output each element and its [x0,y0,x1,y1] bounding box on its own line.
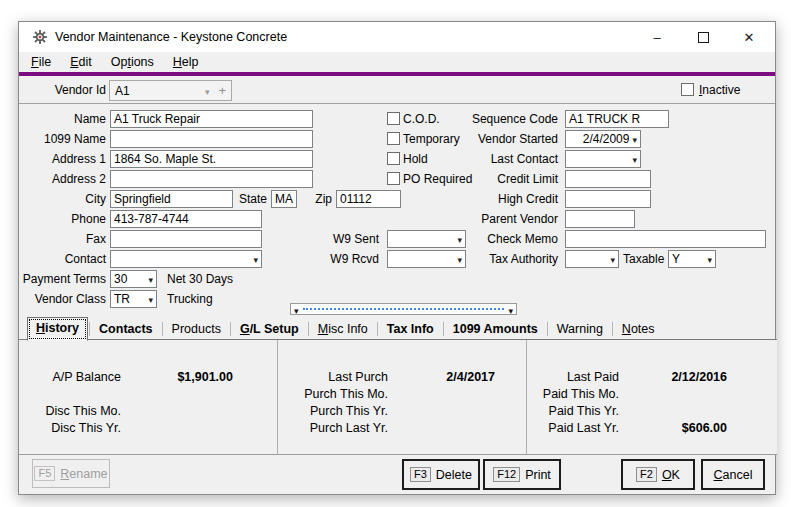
menu-bar: File Edit Options Help [31,52,199,72]
ap-balance-value: $1,901.00 [121,370,233,384]
tax-authority-dropdown-icon[interactable] [610,252,615,267]
last-paid-label: Last Paid [527,370,619,384]
vendor-started-combo[interactable]: 2/4/2009 [565,130,641,148]
tab-misc-info[interactable]: Misc Info [310,319,376,340]
inactive-label: Inactive [699,82,740,98]
hold-label: Hold [403,151,428,167]
vendor-class-dropdown-icon[interactable] [148,292,153,307]
name-label: Name [19,110,106,128]
sequence-code-field[interactable]: A1 TRUCK R [565,110,669,128]
vendor-class-desc: Trucking [167,290,213,308]
state-field[interactable]: MA [271,190,297,208]
w9-rcvd-label: W9 Rcvd [309,250,379,268]
menu-help[interactable]: Help [173,55,199,69]
collapse-splitter[interactable] [290,303,517,315]
w9-sent-label: W9 Sent [309,230,379,248]
vendor-id-dropdown-icon[interactable] [205,84,210,98]
history-panel: A/P Balance$1,901.00 Disc This Mo. Disc … [19,339,777,455]
last-purch-value: 2/4/2017 [388,370,495,384]
tab-tax-info[interactable]: Tax Info [379,319,442,340]
inactive-checkbox[interactable] [681,83,694,96]
tab-warning[interactable]: Warning [549,319,611,340]
ap-balance-label: A/P Balance [19,370,121,384]
last-contact-combo[interactable] [565,150,641,168]
tab-1099-amounts[interactable]: 1099 Amounts [445,319,546,340]
tab-notes[interactable]: Notes [614,319,663,340]
window-title: Vendor Maintenance - Keystone Concrete [55,30,287,44]
f2-keycap: F2 [636,467,657,482]
zip-field[interactable]: 01112 [336,190,401,208]
phone-field[interactable]: 413-787-4744 [110,210,262,228]
rename-button[interactable]: F5 Rename [32,459,110,488]
delete-button[interactable]: F3 Delete [402,459,480,490]
payment-terms-dropdown-icon[interactable] [148,272,153,287]
taxable-combo[interactable]: Y [668,250,716,268]
purch-this-mo-label: Purch This Mo. [278,387,388,401]
cod-checkbox[interactable] [387,112,400,125]
menu-options[interactable]: Options [111,55,154,69]
address1-field[interactable]: 1864 So. Maple St. [110,150,313,168]
parent-vendor-field[interactable] [565,210,635,228]
tax-authority-label: Tax Authority [439,250,558,268]
last-paid-value: 2/12/2016 [619,370,727,384]
taxable-label: Taxable [623,250,664,268]
cancel-button[interactable]: Cancel [701,459,765,490]
disc-this-mo-label: Disc This Mo. [19,404,121,418]
ok-button[interactable]: F2 OK [621,459,695,490]
sequence-code-label: Sequence Code [439,110,558,128]
high-credit-label: High Credit [439,190,558,208]
add-vendor-icon[interactable]: + [218,83,226,98]
tab-gl-setup[interactable]: G/L Setup [232,319,307,340]
history-payments-column: Last Paid2/12/2016 Paid This Mo. Paid Th… [527,340,777,454]
contact-dropdown-icon[interactable] [253,252,258,267]
window-controls: – ✕ [641,24,765,50]
last-purch-label: Last Purch [278,370,388,384]
payment-terms-label: Payment Terms [19,270,106,288]
tab-contacts[interactable]: Contacts [91,319,160,340]
credit-limit-field[interactable] [565,170,651,188]
taxable-dropdown-icon[interactable] [707,252,712,267]
name-field[interactable]: A1 Truck Repair [110,110,313,128]
state-label: State [236,190,267,208]
menu-edit[interactable]: Edit [70,55,92,69]
vendor-started-label: Vendor Started [439,130,558,148]
tab-products[interactable]: Products [164,319,229,340]
paid-last-yr-label: Paid Last Yr. [527,421,619,435]
name-1099-field[interactable] [110,130,313,148]
last-contact-dropdown-icon[interactable] [632,152,637,167]
history-purchases-column: Last Purch2/4/2017 Purch This Mo. Purch … [277,340,527,454]
parent-vendor-label: Parent Vendor [439,210,558,228]
vendor-class-combo[interactable]: TR [110,290,157,308]
temporary-checkbox[interactable] [387,132,400,145]
cod-label: C.O.D. [403,111,440,127]
payment-terms-combo[interactable]: 30 [110,270,157,288]
city-field[interactable]: Springfield [110,190,233,208]
purch-last-yr-label: Purch Last Yr. [278,421,388,435]
vendor-started-dropdown-icon[interactable] [632,132,637,147]
f12-keycap: F12 [493,467,520,482]
city-label: City [19,190,106,208]
po-required-checkbox[interactable] [387,172,400,185]
address1-label: Address 1 [19,150,106,168]
maximize-icon[interactable] [687,24,719,50]
f5-keycap: F5 [34,466,55,481]
contact-combo[interactable] [110,250,262,268]
menu-file[interactable]: File [31,55,51,69]
check-memo-label: Check Memo [439,230,558,248]
tab-strip: History Contacts Products G/L Setup Misc… [27,318,663,340]
close-icon[interactable]: ✕ [733,24,765,50]
tax-authority-combo[interactable] [565,250,619,268]
address2-field[interactable] [110,170,313,188]
vendor-id-combo[interactable]: A1 + [109,80,232,101]
hold-checkbox[interactable] [387,152,400,165]
name-1099-label: 1099 Name [19,130,106,148]
check-memo-field[interactable] [565,230,766,248]
chevron-down-icon [294,300,299,318]
payment-terms-desc: Net 30 Days [167,270,233,288]
purch-this-yr-label: Purch This Yr. [278,404,388,418]
print-button[interactable]: F12 Print [483,459,561,490]
fax-field[interactable] [110,230,262,248]
minimize-icon[interactable]: – [641,24,673,50]
tab-history[interactable]: History [27,317,88,341]
high-credit-field[interactable] [565,190,651,208]
